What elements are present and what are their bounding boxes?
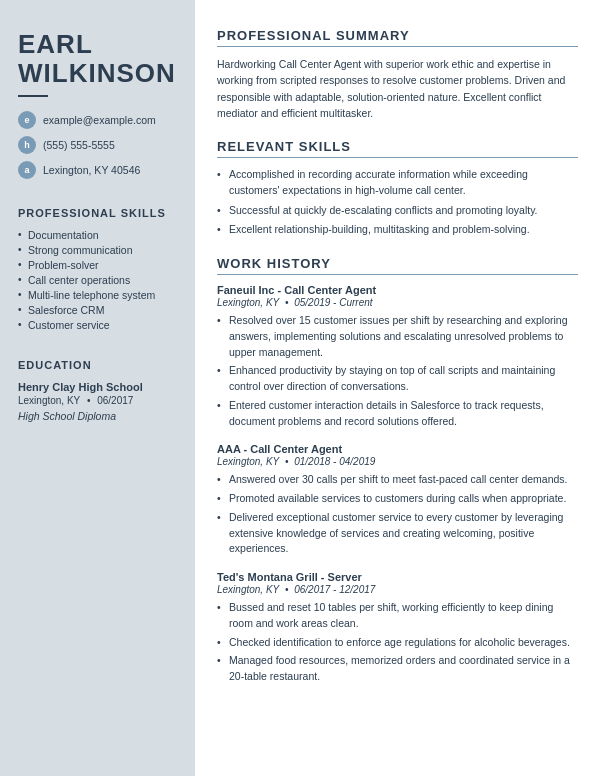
contact-text-email: example@example.com bbox=[43, 114, 156, 126]
job-title-line: AAA - Call Center Agent bbox=[217, 443, 578, 455]
job-meta: Lexington, KY • 01/2018 - 04/2019 bbox=[217, 456, 578, 467]
relevant-skill-item: Successful at quickly de-escalating conf… bbox=[217, 203, 578, 219]
education-section: EDUCATION Henry Clay High School Lexingt… bbox=[18, 359, 177, 422]
job-bullet: Bussed and reset 10 tables per shift, wo… bbox=[217, 600, 578, 632]
job-bullet: Promoted available services to customers… bbox=[217, 491, 578, 507]
contact-icon-phone: h bbox=[18, 136, 36, 154]
relevant-skills-title: RELEVANT SKILLS bbox=[217, 139, 578, 158]
professional-summary-title: PROFESSIONAL SUMMARY bbox=[217, 28, 578, 47]
skill-item: Salesforce CRM bbox=[18, 304, 177, 316]
name-block: EARL WILKINSON bbox=[18, 30, 177, 97]
job-bullets: Bussed and reset 10 tables per shift, wo… bbox=[217, 600, 578, 685]
contact-item: h (555) 555-5555 bbox=[18, 136, 177, 154]
contact-list: e example@example.com h (555) 555-5555 a… bbox=[18, 111, 177, 179]
job-bullet: Answered over 30 calls per shift to meet… bbox=[217, 472, 578, 488]
job-bullet: Entered customer interaction details in … bbox=[217, 398, 578, 430]
skill-item: Problem-solver bbox=[18, 259, 177, 271]
job-bullet: Checked identification to enforce age re… bbox=[217, 635, 578, 651]
relevant-skills-list: Accomplished in recording accurate infor… bbox=[217, 167, 578, 238]
job-meta: Lexington, KY • 05/2019 - Current bbox=[217, 297, 578, 308]
job-bullets: Answered over 30 calls per shift to meet… bbox=[217, 472, 578, 557]
contact-icon-address: a bbox=[18, 161, 36, 179]
skill-item: Customer service bbox=[18, 319, 177, 331]
edu-location-date: Lexington, KY • 06/2017 bbox=[18, 395, 177, 406]
job-bullets: Resolved over 15 customer issues per shi… bbox=[217, 313, 578, 429]
relevant-skill-item: Accomplished in recording accurate infor… bbox=[217, 167, 578, 199]
contact-icon-email: e bbox=[18, 111, 36, 129]
summary-text: Hardworking Call Center Agent with super… bbox=[217, 56, 578, 121]
education-title: EDUCATION bbox=[18, 359, 177, 371]
skill-item: Strong communication bbox=[18, 244, 177, 256]
contact-text-phone: (555) 555-5555 bbox=[43, 139, 115, 151]
skill-item: Call center operations bbox=[18, 274, 177, 286]
sidebar: EARL WILKINSON e example@example.com h (… bbox=[0, 0, 195, 776]
job-bullet: Managed food resources, memorized orders… bbox=[217, 653, 578, 685]
job-block: AAA - Call Center AgentLexington, KY • 0… bbox=[217, 443, 578, 557]
job-title-line: Faneuil Inc - Call Center Agent bbox=[217, 284, 578, 296]
relevant-skill-item: Excellent relationship-building, multita… bbox=[217, 222, 578, 238]
job-bullet: Delivered exceptional customer service t… bbox=[217, 510, 578, 557]
professional-skills-title: PROFESSIONAL SKILLS bbox=[18, 207, 177, 219]
contact-item: a Lexington, KY 40546 bbox=[18, 161, 177, 179]
edu-degree: High School Diploma bbox=[18, 410, 177, 422]
job-title-line: Ted's Montana Grill - Server bbox=[217, 571, 578, 583]
job-meta: Lexington, KY • 06/2017 - 12/2017 bbox=[217, 584, 578, 595]
edu-school: Henry Clay High School bbox=[18, 381, 177, 393]
work-history-title: WORK HISTORY bbox=[217, 256, 578, 275]
contact-item: e example@example.com bbox=[18, 111, 177, 129]
job-block: Ted's Montana Grill - ServerLexington, K… bbox=[217, 571, 578, 685]
job-bullet: Enhanced productivity by staying on top … bbox=[217, 363, 578, 395]
jobs-container: Faneuil Inc - Call Center AgentLexington… bbox=[217, 284, 578, 685]
professional-skills-section: PROFESSIONAL SKILLS DocumentationStrong … bbox=[18, 207, 177, 331]
relevant-skills-section: RELEVANT SKILLS Accomplished in recordin… bbox=[217, 139, 578, 238]
skills-list: DocumentationStrong communicationProblem… bbox=[18, 229, 177, 331]
last-name: WILKINSON bbox=[18, 59, 177, 88]
job-block: Faneuil Inc - Call Center AgentLexington… bbox=[217, 284, 578, 429]
work-history-section: WORK HISTORY Faneuil Inc - Call Center A… bbox=[217, 256, 578, 685]
job-bullet: Resolved over 15 customer issues per shi… bbox=[217, 313, 578, 360]
skill-item: Multi-line telephone system bbox=[18, 289, 177, 301]
main-content: PROFESSIONAL SUMMARY Hardworking Call Ce… bbox=[195, 0, 600, 776]
professional-summary-section: PROFESSIONAL SUMMARY Hardworking Call Ce… bbox=[217, 28, 578, 121]
first-name: EARL bbox=[18, 30, 177, 59]
name-divider bbox=[18, 95, 48, 97]
skill-item: Documentation bbox=[18, 229, 177, 241]
contact-text-address: Lexington, KY 40546 bbox=[43, 164, 140, 176]
